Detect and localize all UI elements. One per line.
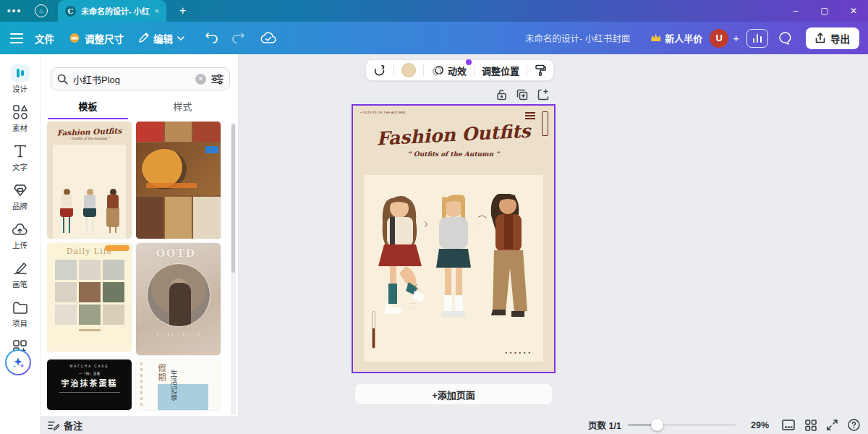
window-minimize-button[interactable]: – [781, 6, 810, 16]
cloud-saved-icon[interactable] [258, 29, 278, 48]
overflow-menu-icon[interactable]: ••• [0, 5, 29, 17]
sidebar-item-projects[interactable]: 项目 [1, 294, 39, 333]
export-button[interactable]: 导出 [806, 27, 859, 49]
hamburger-menu-icon[interactable] [10, 33, 23, 43]
search-box[interactable]: ✕ [51, 67, 230, 90]
sidebar-item-design[interactable]: 设计 [1, 60, 39, 99]
template-title: 假期 [155, 364, 166, 383]
account-menu[interactable]: U + [710, 29, 739, 48]
shapes-icon [13, 104, 27, 120]
sidebar-item-uploads[interactable]: 上传 [1, 216, 39, 255]
divider [527, 64, 527, 76]
magic-assistant-button[interactable] [5, 349, 31, 375]
decorative-bar [372, 311, 375, 349]
add-page-button[interactable]: +添加页面 [354, 383, 553, 405]
document-tab[interactable]: C 未命名的设计- 小红... × [58, 0, 166, 22]
template-title: Fashion Outfits [47, 126, 132, 137]
clear-search-icon[interactable]: ✕ [195, 74, 206, 85]
context-toolbar: 动效 调整位置 [365, 59, 554, 81]
document-title[interactable]: 未命名的设计- 小红书封面 [525, 31, 630, 45]
add-page-icon[interactable] [537, 89, 549, 101]
paint-roller-icon[interactable] [535, 64, 546, 77]
resize-button[interactable]: 调整尺寸 [61, 27, 131, 50]
undo-button[interactable] [202, 29, 222, 48]
tab-close-icon[interactable]: × [155, 7, 159, 15]
grid-view-icon[interactable] [805, 420, 817, 431]
photo-cell [193, 197, 221, 239]
canva-badge [105, 245, 129, 251]
zoom-slider-thumb[interactable] [651, 419, 663, 431]
template-card-ootd[interactable]: OOTD. ( ··· ) ( ··· ) ( ··· ) [136, 243, 221, 355]
help-icon[interactable] [848, 419, 860, 431]
poster-photo-area: ········· ········ ········· ● ● ● ● ● ●… [364, 175, 543, 362]
divider [423, 64, 424, 76]
window-close-button[interactable]: ✕ [839, 6, 868, 16]
promo-button[interactable]: 新人半价 [650, 31, 702, 45]
template-tagline: 一「抹」清香 [47, 370, 132, 375]
notes-icon [48, 420, 59, 430]
divider [474, 64, 475, 76]
template-card-holiday-journal[interactable]: 假期 生活记录 [136, 359, 221, 410]
add-member-button[interactable]: + [733, 32, 739, 44]
new-tab-button[interactable]: + [179, 4, 186, 17]
share-upload-icon [815, 33, 825, 43]
edit-menu-button[interactable]: 编辑 [131, 27, 192, 50]
lock-icon[interactable] [496, 89, 507, 101]
home-tab[interactable]: ⌂ [29, 0, 54, 22]
search-icon [57, 74, 68, 85]
insights-chart-icon[interactable] [746, 29, 768, 48]
animate-button[interactable]: 动效 [431, 64, 467, 77]
template-card-fashion-outfits[interactable]: Fashion Outfits “ Outfits of the Autumn … [47, 122, 132, 239]
sidebar-item-elements[interactable]: 素材 [1, 99, 39, 138]
photo-cell [136, 197, 163, 239]
template-title: 宇治抹茶蛋糕 [47, 377, 132, 388]
duplicate-page-icon[interactable] [516, 89, 528, 101]
avatar[interactable]: U [710, 29, 728, 48]
brush-icon [13, 260, 27, 276]
file-menu-label: 文件 [35, 31, 54, 46]
photo-cell [165, 122, 192, 142]
sidebar-item-brand[interactable]: 品牌 [1, 177, 39, 216]
tab-templates[interactable]: 模板 [41, 96, 135, 118]
sidebar-item-text[interactable]: 文字 [1, 138, 39, 177]
notes-button[interactable]: 备注 [48, 418, 82, 432]
window-maximize-button[interactable]: ▢ [810, 6, 839, 16]
magic-swap-button[interactable] [373, 64, 386, 76]
figure [59, 189, 75, 233]
promo-label: 新人半价 [665, 31, 702, 45]
poster-dots: ● ● ● ● ● ● · [505, 350, 535, 354]
fashion-models-illustration [364, 175, 543, 362]
tab-styles[interactable]: 样式 [135, 96, 230, 118]
design-page[interactable]: • OUTFITS OF THE AUTUMN Fashion Outfits … [353, 106, 554, 372]
template-card-daily-life[interactable]: Daily Life [47, 243, 132, 352]
filter-sliders-icon[interactable] [211, 74, 224, 85]
file-menu-button[interactable]: 文件 [27, 27, 61, 50]
edit-label: 编辑 [153, 31, 173, 46]
poster-title: Fashion Outfits [352, 119, 554, 151]
sidebar-item-label: 上传 [12, 239, 27, 250]
window-controls: – ▢ ✕ [781, 0, 868, 22]
poster-annotation: ········ [475, 222, 483, 231]
crown-icon [69, 33, 80, 43]
template-card-food-collage[interactable] [136, 122, 221, 239]
tab-label: 模板 [78, 101, 97, 112]
position-label: 调整位置 [482, 64, 519, 77]
fullscreen-icon[interactable] [827, 420, 838, 430]
page-actions [496, 89, 549, 101]
comments-icon[interactable] [775, 29, 796, 48]
scrollbar-thumb[interactable] [231, 124, 235, 273]
redo-button[interactable] [228, 29, 248, 48]
template-card-matcha-cake[interactable]: MATCHA CAKE 一「抹」清香 宇治抹茶蛋糕 [47, 359, 132, 410]
zoom-slider[interactable] [628, 424, 736, 426]
resize-label: 调整尺寸 [85, 31, 124, 46]
position-button[interactable]: 调整位置 [482, 64, 519, 77]
sidebar-item-draw[interactable]: 画笔 [1, 255, 39, 294]
pages-strip-view-icon[interactable] [782, 420, 795, 430]
search-input[interactable] [73, 74, 190, 85]
pencil-icon [138, 33, 149, 43]
panel-scrollbar[interactable] [231, 123, 236, 415]
poster-annotation: ········· [409, 302, 417, 311]
figure [105, 189, 121, 233]
background-color-swatch[interactable] [401, 63, 416, 77]
sidebar-item-label: 文字 [12, 161, 27, 172]
